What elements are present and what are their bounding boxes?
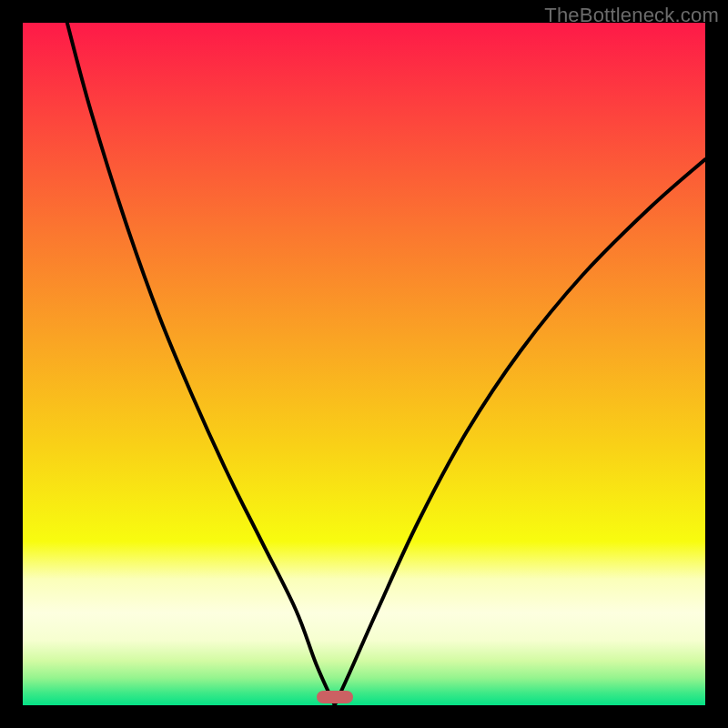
chart-frame: TheBottleneck.com xyxy=(0,0,728,728)
plot-area xyxy=(23,23,705,705)
bottleneck-curve xyxy=(23,23,705,705)
watermark-text: TheBottleneck.com xyxy=(544,4,719,27)
optimal-zone-marker xyxy=(317,691,353,703)
